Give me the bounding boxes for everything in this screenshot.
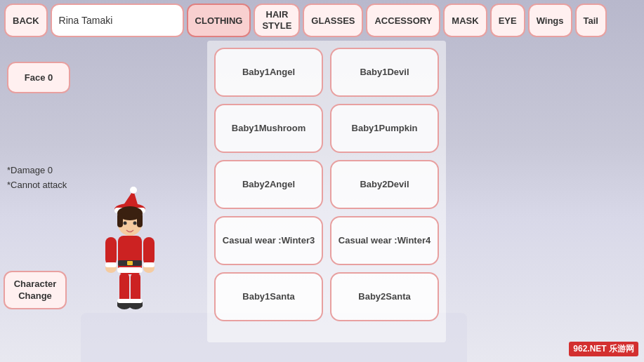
svg-rect-27 <box>129 299 143 303</box>
svg-rect-19 <box>143 262 155 267</box>
svg-point-8 <box>124 222 127 225</box>
face-button[interactable]: Face 0 <box>7 62 70 93</box>
clothing-item-4[interactable]: Baby2Angel <box>214 160 323 209</box>
clothing-grid: Baby1AngelBaby1DevilBaby1MushroomBaby1Pu… <box>214 48 439 321</box>
clothing-item-3[interactable]: Baby1Pumpkin <box>330 104 439 153</box>
damage-info: *Damage 0 *Cannot attack <box>7 163 67 193</box>
watermark: 962.NET 乐游网 <box>569 342 638 356</box>
back-button[interactable]: BACK <box>4 4 48 37</box>
left-panel: Face 0 *Damage 0 *Cannot attack <box>0 41 211 362</box>
clothing-item-2[interactable]: Baby1Mushroom <box>214 104 323 153</box>
tab-mask[interactable]: MASK <box>443 4 487 37</box>
clothing-item-9[interactable]: Baby2Santa <box>330 272 439 321</box>
clothing-item-1[interactable]: Baby1Devil <box>330 48 439 97</box>
tab-glasses[interactable]: GLASSES <box>303 4 363 37</box>
tab-tail[interactable]: Tail <box>575 4 607 37</box>
topbar: BACK CLOTHING HAIRSTYLE GLASSES ACCESSOR… <box>0 0 644 41</box>
svg-rect-13 <box>127 261 133 265</box>
svg-point-9 <box>133 222 137 225</box>
svg-marker-1 <box>121 190 139 209</box>
tab-eye[interactable]: EYE <box>490 4 525 37</box>
svg-point-2 <box>130 187 137 194</box>
svg-rect-18 <box>105 262 117 267</box>
tab-accessory[interactable]: ACCESSORY <box>366 4 440 37</box>
damage-line1: *Damage 0 <box>7 163 67 178</box>
clothing-item-8[interactable]: Baby1Santa <box>214 272 323 321</box>
character-change-button[interactable]: CharacterChange <box>4 271 67 309</box>
tab-wings[interactable]: Wings <box>528 4 572 37</box>
clothing-item-7[interactable]: Casual wear :Winter4 <box>330 216 439 265</box>
clothing-panel[interactable]: Baby1AngelBaby1DevilBaby1MushroomBaby1Pu… <box>207 41 446 342</box>
clothing-item-0[interactable]: Baby1Angel <box>214 48 323 97</box>
svg-rect-11 <box>117 267 143 273</box>
clothing-item-5[interactable]: Baby2Devil <box>330 160 439 209</box>
character-sprite <box>95 180 165 334</box>
svg-rect-6 <box>117 213 123 227</box>
damage-line2: *Cannot attack <box>7 178 67 193</box>
svg-rect-14 <box>105 237 117 265</box>
character-name-input[interactable] <box>51 4 184 37</box>
svg-rect-16 <box>143 237 155 265</box>
main-content: Face 0 *Damage 0 *Cannot attack <box>0 41 644 362</box>
tab-hairstyle[interactable]: HAIRSTYLE <box>254 4 300 37</box>
tab-clothing[interactable]: CLOTHING <box>187 4 251 37</box>
svg-rect-7 <box>137 213 143 227</box>
clothing-item-6[interactable]: Casual wear :Winter3 <box>214 216 323 265</box>
